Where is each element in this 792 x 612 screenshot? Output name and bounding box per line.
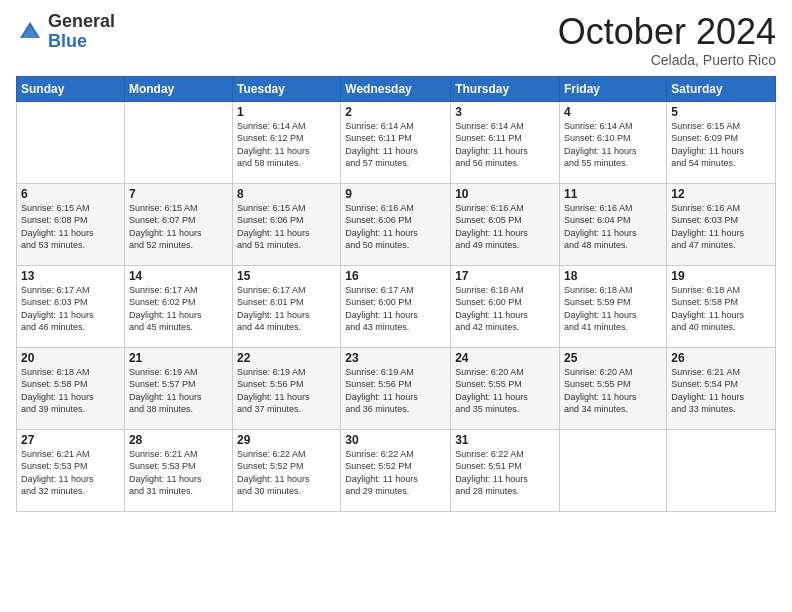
calendar-cell: 7Sunrise: 6:15 AM Sunset: 6:07 PM Daylig…: [124, 183, 232, 265]
calendar-cell: 26Sunrise: 6:21 AM Sunset: 5:54 PM Dayli…: [667, 347, 776, 429]
day-info: Sunrise: 6:16 AM Sunset: 6:04 PM Dayligh…: [564, 202, 662, 252]
calendar-cell: 27Sunrise: 6:21 AM Sunset: 5:53 PM Dayli…: [17, 429, 125, 511]
calendar-week-row: 13Sunrise: 6:17 AM Sunset: 6:03 PM Dayli…: [17, 265, 776, 347]
day-info: Sunrise: 6:14 AM Sunset: 6:11 PM Dayligh…: [345, 120, 446, 170]
calendar-cell: [667, 429, 776, 511]
day-number: 16: [345, 269, 446, 283]
calendar-cell: 8Sunrise: 6:15 AM Sunset: 6:06 PM Daylig…: [233, 183, 341, 265]
day-number: 26: [671, 351, 771, 365]
day-info: Sunrise: 6:16 AM Sunset: 6:03 PM Dayligh…: [671, 202, 771, 252]
day-info: Sunrise: 6:21 AM Sunset: 5:53 PM Dayligh…: [129, 448, 228, 498]
day-info: Sunrise: 6:22 AM Sunset: 5:52 PM Dayligh…: [345, 448, 446, 498]
weekday-header: Friday: [560, 76, 667, 101]
day-info: Sunrise: 6:16 AM Sunset: 6:06 PM Dayligh…: [345, 202, 446, 252]
day-number: 23: [345, 351, 446, 365]
calendar-week-row: 20Sunrise: 6:18 AM Sunset: 5:58 PM Dayli…: [17, 347, 776, 429]
day-number: 14: [129, 269, 228, 283]
calendar-week-row: 27Sunrise: 6:21 AM Sunset: 5:53 PM Dayli…: [17, 429, 776, 511]
day-info: Sunrise: 6:22 AM Sunset: 5:52 PM Dayligh…: [237, 448, 336, 498]
day-info: Sunrise: 6:17 AM Sunset: 6:01 PM Dayligh…: [237, 284, 336, 334]
day-info: Sunrise: 6:19 AM Sunset: 5:56 PM Dayligh…: [237, 366, 336, 416]
calendar-cell: 4Sunrise: 6:14 AM Sunset: 6:10 PM Daylig…: [560, 101, 667, 183]
day-info: Sunrise: 6:21 AM Sunset: 5:53 PM Dayligh…: [21, 448, 120, 498]
day-number: 4: [564, 105, 662, 119]
calendar-week-row: 6Sunrise: 6:15 AM Sunset: 6:08 PM Daylig…: [17, 183, 776, 265]
day-info: Sunrise: 6:20 AM Sunset: 5:55 PM Dayligh…: [564, 366, 662, 416]
weekday-header: Sunday: [17, 76, 125, 101]
day-info: Sunrise: 6:16 AM Sunset: 6:05 PM Dayligh…: [455, 202, 555, 252]
day-number: 21: [129, 351, 228, 365]
day-number: 31: [455, 433, 555, 447]
day-info: Sunrise: 6:15 AM Sunset: 6:09 PM Dayligh…: [671, 120, 771, 170]
weekday-header: Thursday: [451, 76, 560, 101]
day-info: Sunrise: 6:17 AM Sunset: 6:02 PM Dayligh…: [129, 284, 228, 334]
day-number: 9: [345, 187, 446, 201]
weekday-header: Monday: [124, 76, 232, 101]
logo-blue: Blue: [48, 32, 115, 52]
day-info: Sunrise: 6:18 AM Sunset: 5:58 PM Dayligh…: [671, 284, 771, 334]
day-info: Sunrise: 6:15 AM Sunset: 6:06 PM Dayligh…: [237, 202, 336, 252]
day-info: Sunrise: 6:15 AM Sunset: 6:07 PM Dayligh…: [129, 202, 228, 252]
calendar-cell: 29Sunrise: 6:22 AM Sunset: 5:52 PM Dayli…: [233, 429, 341, 511]
calendar-cell: 22Sunrise: 6:19 AM Sunset: 5:56 PM Dayli…: [233, 347, 341, 429]
day-number: 13: [21, 269, 120, 283]
calendar-cell: 14Sunrise: 6:17 AM Sunset: 6:02 PM Dayli…: [124, 265, 232, 347]
calendar-cell: 3Sunrise: 6:14 AM Sunset: 6:11 PM Daylig…: [451, 101, 560, 183]
calendar-cell: 18Sunrise: 6:18 AM Sunset: 5:59 PM Dayli…: [560, 265, 667, 347]
calendar-cell: [17, 101, 125, 183]
day-number: 24: [455, 351, 555, 365]
calendar-cell: 10Sunrise: 6:16 AM Sunset: 6:05 PM Dayli…: [451, 183, 560, 265]
day-number: 27: [21, 433, 120, 447]
day-number: 2: [345, 105, 446, 119]
day-number: 3: [455, 105, 555, 119]
day-info: Sunrise: 6:14 AM Sunset: 6:12 PM Dayligh…: [237, 120, 336, 170]
calendar-cell: 21Sunrise: 6:19 AM Sunset: 5:57 PM Dayli…: [124, 347, 232, 429]
weekday-header: Tuesday: [233, 76, 341, 101]
calendar-cell: 31Sunrise: 6:22 AM Sunset: 5:51 PM Dayli…: [451, 429, 560, 511]
day-info: Sunrise: 6:19 AM Sunset: 5:57 PM Dayligh…: [129, 366, 228, 416]
day-number: 8: [237, 187, 336, 201]
calendar-cell: 13Sunrise: 6:17 AM Sunset: 6:03 PM Dayli…: [17, 265, 125, 347]
calendar-cell: [560, 429, 667, 511]
day-number: 22: [237, 351, 336, 365]
logo-text: General Blue: [48, 12, 115, 52]
day-number: 28: [129, 433, 228, 447]
logo-general: General: [48, 12, 115, 32]
page: General Blue October 2024 Celada, Puerto…: [0, 0, 792, 612]
day-info: Sunrise: 6:18 AM Sunset: 6:00 PM Dayligh…: [455, 284, 555, 334]
calendar-cell: 25Sunrise: 6:20 AM Sunset: 5:55 PM Dayli…: [560, 347, 667, 429]
logo-icon: [16, 18, 44, 46]
day-number: 17: [455, 269, 555, 283]
calendar-cell: 11Sunrise: 6:16 AM Sunset: 6:04 PM Dayli…: [560, 183, 667, 265]
day-info: Sunrise: 6:15 AM Sunset: 6:08 PM Dayligh…: [21, 202, 120, 252]
calendar-cell: 24Sunrise: 6:20 AM Sunset: 5:55 PM Dayli…: [451, 347, 560, 429]
calendar-cell: 28Sunrise: 6:21 AM Sunset: 5:53 PM Dayli…: [124, 429, 232, 511]
day-number: 12: [671, 187, 771, 201]
day-number: 5: [671, 105, 771, 119]
calendar-cell: 20Sunrise: 6:18 AM Sunset: 5:58 PM Dayli…: [17, 347, 125, 429]
day-info: Sunrise: 6:18 AM Sunset: 5:59 PM Dayligh…: [564, 284, 662, 334]
day-info: Sunrise: 6:21 AM Sunset: 5:54 PM Dayligh…: [671, 366, 771, 416]
day-info: Sunrise: 6:20 AM Sunset: 5:55 PM Dayligh…: [455, 366, 555, 416]
day-number: 10: [455, 187, 555, 201]
calendar-cell: 16Sunrise: 6:17 AM Sunset: 6:00 PM Dayli…: [341, 265, 451, 347]
day-number: 15: [237, 269, 336, 283]
calendar: SundayMondayTuesdayWednesdayThursdayFrid…: [16, 76, 776, 512]
weekday-header-row: SundayMondayTuesdayWednesdayThursdayFrid…: [17, 76, 776, 101]
day-number: 19: [671, 269, 771, 283]
weekday-header: Saturday: [667, 76, 776, 101]
day-info: Sunrise: 6:17 AM Sunset: 6:00 PM Dayligh…: [345, 284, 446, 334]
weekday-header: Wednesday: [341, 76, 451, 101]
calendar-cell: 9Sunrise: 6:16 AM Sunset: 6:06 PM Daylig…: [341, 183, 451, 265]
month-title: October 2024: [558, 12, 776, 52]
calendar-cell: [124, 101, 232, 183]
day-info: Sunrise: 6:17 AM Sunset: 6:03 PM Dayligh…: [21, 284, 120, 334]
location: Celada, Puerto Rico: [558, 52, 776, 68]
calendar-cell: 1Sunrise: 6:14 AM Sunset: 6:12 PM Daylig…: [233, 101, 341, 183]
day-info: Sunrise: 6:19 AM Sunset: 5:56 PM Dayligh…: [345, 366, 446, 416]
day-number: 7: [129, 187, 228, 201]
day-info: Sunrise: 6:22 AM Sunset: 5:51 PM Dayligh…: [455, 448, 555, 498]
day-number: 29: [237, 433, 336, 447]
day-number: 25: [564, 351, 662, 365]
header: General Blue October 2024 Celada, Puerto…: [16, 12, 776, 68]
